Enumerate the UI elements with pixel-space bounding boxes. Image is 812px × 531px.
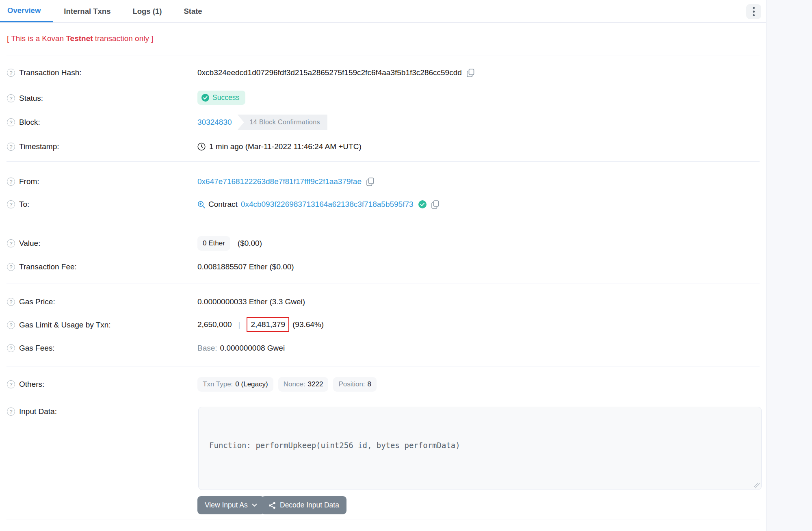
copy-icon[interactable] — [467, 69, 474, 77]
view-input-as-button[interactable]: View Input As — [197, 496, 264, 514]
help-icon[interactable]: ? — [7, 239, 15, 247]
divider — [6, 520, 760, 520]
help-icon[interactable]: ? — [7, 118, 15, 126]
gas-fees-label: ? Gas Fees: — [7, 344, 55, 353]
verified-check-icon — [418, 200, 427, 208]
transaction-hash-value: 0xcb324eedcd1d07296fdf3d215a2865275f159c… — [197, 68, 474, 77]
transaction-fee-value: 0.0081885507 Ether ($0.00) — [197, 262, 294, 271]
timestamp-label: ? Timestamp: — [7, 142, 59, 151]
copy-icon[interactable] — [431, 200, 439, 209]
transaction-fee-label: ? Transaction Fee: — [7, 262, 77, 271]
tab-overview[interactable]: Overview — [0, 0, 53, 22]
from-value: 0x647e7168122263d8e7f81f17fff9c2f1aa379f… — [197, 177, 374, 186]
others-value: Txn Type: 0 (Legacy) Nonce: 3222 Positio… — [197, 377, 377, 392]
gas-price-value: 0.0000000033 Ether (3.3 Gwei) — [197, 297, 305, 306]
from-label: ? From: — [7, 177, 39, 186]
status-badge: Success — [197, 91, 245, 105]
help-icon[interactable]: ? — [7, 380, 15, 388]
help-icon[interactable]: ? — [7, 143, 15, 151]
check-circle-icon — [201, 94, 209, 102]
usd-value: ($0.00) — [238, 239, 262, 248]
value-label: ? Value: — [7, 239, 40, 248]
transaction-hash-label: ? Transaction Hash: — [7, 68, 81, 77]
kebab-menu-button[interactable] — [746, 4, 761, 19]
divider — [6, 366, 760, 366]
status-value: Success — [197, 91, 245, 105]
testnet-warning: [ This is a Kovan Testnet transaction on… — [7, 34, 153, 43]
tab-state[interactable]: State — [173, 0, 213, 22]
position-badge: Position: 8 — [333, 377, 377, 392]
gas-used-annotation-box: 2,481,379 — [247, 317, 289, 332]
divider — [6, 161, 760, 162]
transaction-overview-card: Overview Internal Txns Logs (1) State [ … — [0, 0, 767, 531]
divider — [6, 284, 760, 284]
tab-bar: Overview Internal Txns Logs (1) State — [0, 0, 766, 23]
status-label: ? Status: — [7, 94, 43, 103]
help-icon[interactable]: ? — [7, 178, 15, 186]
txn-type-badge: Txn Type: 0 (Legacy) — [197, 377, 273, 392]
gas-limit-label: ? Gas Limit & Usage by Txn: — [7, 321, 111, 329]
others-label: ? Others: — [7, 380, 44, 389]
tab-internal-txns[interactable]: Internal Txns — [53, 0, 121, 22]
help-icon[interactable]: ? — [7, 69, 15, 77]
copy-icon[interactable] — [366, 178, 374, 186]
input-data-textarea[interactable]: Function: performUpkeep(uint256 id, byte… — [198, 407, 762, 490]
to-address-link[interactable]: 0x4cb093f226983713164a62138c3f718a5b595f… — [241, 200, 414, 209]
nonce-badge: Nonce: 3222 — [278, 377, 329, 392]
decode-icon — [269, 502, 276, 509]
help-icon[interactable]: ? — [7, 321, 15, 329]
help-icon[interactable]: ? — [7, 344, 15, 352]
gas-limit-value: 2,650,000 | 2,481,379 (93.64%) — [197, 317, 324, 332]
kebab-icon — [753, 7, 755, 9]
help-icon[interactable]: ? — [7, 94, 15, 102]
from-address-link[interactable]: 0x647e7168122263d8e7f81f17fff9c2f1aa379f… — [197, 177, 362, 186]
help-icon[interactable]: ? — [7, 298, 15, 306]
value-value: 0 Ether ($0.00) — [197, 236, 262, 251]
block-number-link[interactable]: 30324830 — [197, 118, 232, 127]
gas-fees-value: Base: 0.000000008 Gwei — [197, 344, 285, 353]
divider — [6, 224, 760, 224]
block-value: 30324830 14 Block Confirmations — [197, 115, 327, 130]
chevron-down-icon — [252, 503, 257, 507]
gas-price-label: ? Gas Price: — [7, 297, 55, 306]
tab-logs[interactable]: Logs (1) — [121, 0, 173, 22]
to-value: Contract 0x4cb093f226983713164a62138c3f7… — [197, 200, 439, 209]
help-icon[interactable]: ? — [7, 263, 15, 271]
divider — [6, 56, 760, 56]
help-icon[interactable]: ? — [7, 407, 15, 416]
block-confirmations-badge: 14 Block Confirmations — [238, 115, 327, 130]
timestamp-value: 1 min ago (Mar-11-2022 11:46:24 AM +UTC) — [197, 142, 362, 151]
resize-grip-icon[interactable] — [754, 483, 760, 488]
to-label: ? To: — [7, 200, 29, 209]
decode-input-data-button[interactable]: Decode Input Data — [261, 496, 346, 514]
input-function-line: Function: performUpkeep(uint256 id, byte… — [209, 440, 751, 451]
help-icon[interactable]: ? — [7, 200, 15, 208]
zoom-in-icon[interactable] — [197, 201, 205, 208]
ether-value-badge: 0 Ether — [197, 236, 230, 251]
input-data-label: ? Input Data: — [7, 407, 57, 416]
block-label: ? Block: — [7, 118, 40, 127]
clock-icon — [197, 143, 206, 151]
